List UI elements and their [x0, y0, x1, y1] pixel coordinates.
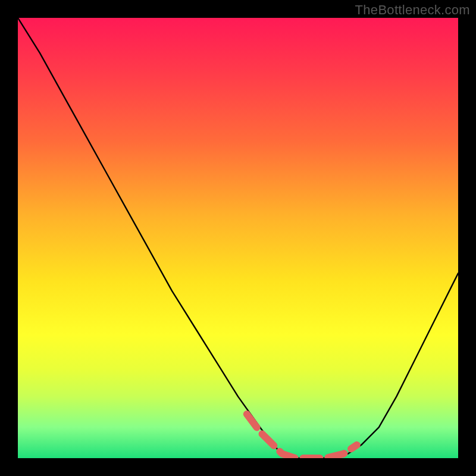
- bottleneck-curve: [18, 18, 458, 458]
- chart-frame: TheBottleneck.com: [0, 0, 476, 476]
- optimal-zone-highlight: [247, 414, 357, 458]
- plot-area: [18, 18, 458, 458]
- chart-svg: [18, 18, 458, 458]
- watermark-text: TheBottleneck.com: [355, 2, 470, 18]
